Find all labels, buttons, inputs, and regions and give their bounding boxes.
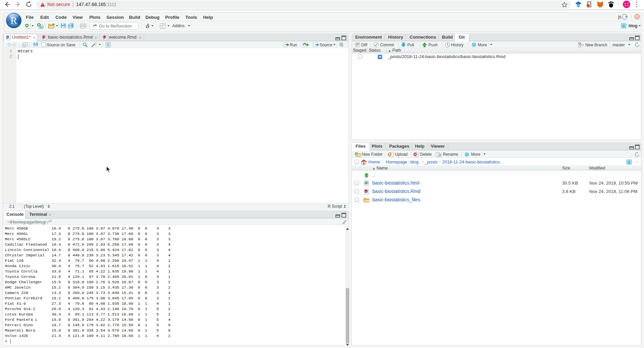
svg-text:md: md — [103, 37, 106, 39]
svg-text:R: R — [623, 24, 625, 28]
svg-text:md: md — [365, 191, 368, 193]
svg-text:G: G — [146, 24, 149, 29]
svg-text:R: R — [628, 160, 630, 164]
svg-text:md: md — [43, 37, 45, 39]
svg-text:R: R — [7, 36, 8, 39]
